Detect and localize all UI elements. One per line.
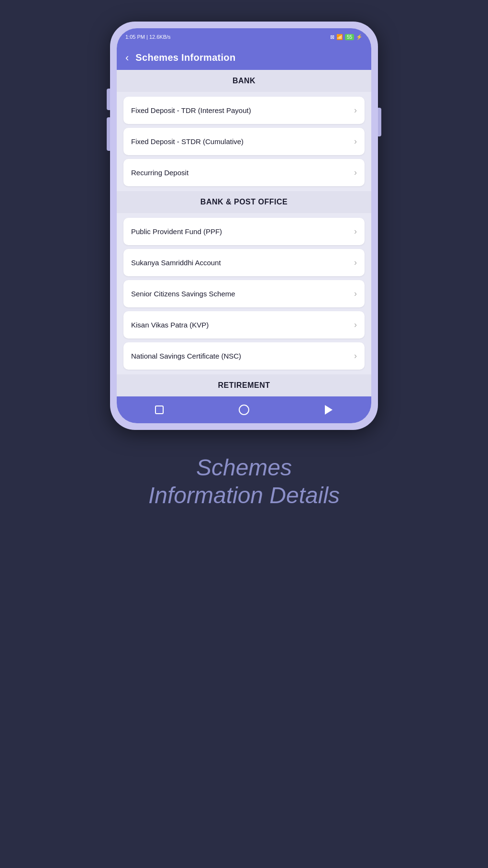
chevron-icon-nsc: › [354,351,357,361]
wifi-icon: 📶 [336,34,343,40]
bank-items-container: Fixed Deposit - TDR (Interest Payout) › … [117,92,371,191]
nav-home-button[interactable] [237,403,251,417]
section-label-bank: BANK [233,77,255,85]
back-button[interactable]: ‹ [125,53,129,63]
chevron-icon-rd: › [354,168,357,178]
footer-text: Schemes Information Details [148,454,340,509]
chevron-icon-senior: › [354,289,357,299]
bank-post-items-container: Public Provident Fund (PPF) › Sukanya Sa… [117,213,371,374]
sim-icon: ⊠ [330,34,334,40]
list-item-nsc[interactable]: National Savings Certificate (NSC) › [123,342,365,370]
phone-frame: 1:05 PM | 12.6KB/s ⊠ 📶 55 ⚡ ‹ Schemes In… [110,22,378,430]
list-item-fixed-deposit-stdr[interactable]: Fixed Deposit - STDR (Cumulative) › [123,128,365,155]
status-time-network: 1:05 PM | 12.6KB/s [125,34,171,40]
footer-line2: Information Details [148,482,340,509]
bottom-navigation [117,396,371,423]
item-label-fixed-deposit-stdr: Fixed Deposit - STDR (Cumulative) [131,137,244,146]
nav-back-button[interactable] [322,403,336,417]
power-button [378,108,381,136]
content-area: BANK Fixed Deposit - TDR (Interest Payou… [117,70,371,396]
list-item-senior-citizens[interactable]: Senior Citizens Savings Scheme › [123,280,365,307]
phone-screen: 1:05 PM | 12.6KB/s ⊠ 📶 55 ⚡ ‹ Schemes In… [117,28,371,423]
battery-icon: 55 [345,34,354,40]
item-label-nsc: National Savings Certificate (NSC) [131,352,241,360]
nav-recent-button[interactable] [152,403,166,417]
item-label-sukanya: Sukanya Samriddhi Account [131,259,221,267]
volume-down-button [107,117,110,151]
item-label-kvp: Kisan Vikas Patra (KVP) [131,321,209,329]
section-header-retirement: RETIREMENT [117,374,371,396]
section-header-bank: BANK [117,70,371,92]
item-label-fixed-deposit-tdr: Fixed Deposit - TDR (Interest Payout) [131,106,251,114]
chevron-icon-kvp: › [354,320,357,330]
footer-line1: Schemes [148,454,340,482]
home-icon [239,405,249,415]
section-header-bank-post: BANK & POST OFFICE [117,191,371,213]
header-title: Schemes Information [135,52,235,63]
list-item-kvp[interactable]: Kisan Vikas Patra (KVP) › [123,311,365,338]
charging-icon: ⚡ [356,34,363,40]
item-label-recurring-deposit: Recurring Deposit [131,169,189,177]
square-icon [155,406,164,414]
item-label-senior-citizens: Senior Citizens Savings Scheme [131,290,235,298]
chevron-icon-tdr: › [354,105,357,115]
chevron-icon-stdr: › [354,136,357,147]
list-item-fixed-deposit-tdr[interactable]: Fixed Deposit - TDR (Interest Payout) › [123,97,365,124]
chevron-icon-ppf: › [354,226,357,237]
section-label-bank-post: BANK & POST OFFICE [200,198,288,206]
status-icons: ⊠ 📶 55 ⚡ [330,34,363,40]
section-label-retirement: RETIREMENT [218,381,270,389]
back-icon [325,405,333,415]
list-item-ppf[interactable]: Public Provident Fund (PPF) › [123,218,365,245]
list-item-sukanya[interactable]: Sukanya Samriddhi Account › [123,249,365,276]
volume-up-button [107,89,110,110]
status-bar: 1:05 PM | 12.6KB/s ⊠ 📶 55 ⚡ [117,28,371,45]
list-item-recurring-deposit[interactable]: Recurring Deposit › [123,159,365,186]
chevron-icon-sukanya: › [354,258,357,268]
app-header: ‹ Schemes Information [117,45,371,70]
item-label-ppf: Public Provident Fund (PPF) [131,227,222,236]
